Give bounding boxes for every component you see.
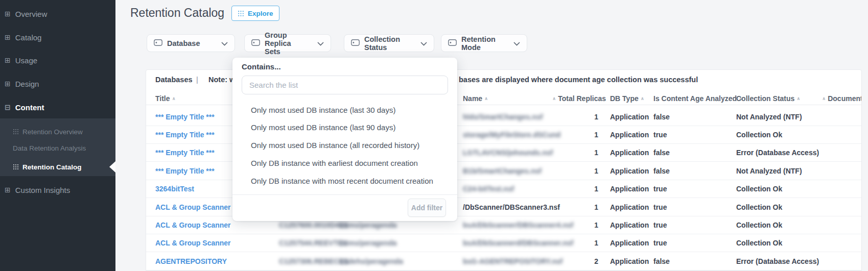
replica-id-cell: C1257544.REEVTEV xyxy=(279,234,347,252)
filter-option[interactable]: Only most used DB instance (last 30 days… xyxy=(251,104,395,116)
tag-icon xyxy=(448,39,457,47)
chevron-down-icon xyxy=(317,39,324,47)
note-separator: | xyxy=(196,73,198,86)
col-header-db-type[interactable]: DB Type ∧ xyxy=(610,92,644,106)
total-replicas-cell: 1 xyxy=(534,216,598,234)
total-replicas-cell: 1 xyxy=(534,108,598,126)
sidebar-item-label: Custom Insights xyxy=(15,186,71,194)
sidebar-item-content[interactable]: ⊟ Content xyxy=(0,101,115,113)
age-analyzed-cell: false xyxy=(653,162,670,180)
title-link[interactable]: ACL & Group Scanner xyxy=(155,216,231,234)
filter-option[interactable]: Only DB instance with most recent docume… xyxy=(251,175,433,187)
name-cell: B1b/SmartChanges.nsf xyxy=(463,162,542,180)
total-replicas-cell: 1 xyxy=(534,180,598,198)
sidebar-item-label: Catalog xyxy=(15,33,42,42)
server-cell: csdehs/peragenda xyxy=(340,253,403,270)
age-analyzed-cell: false xyxy=(653,144,670,162)
filter-option[interactable]: Only most used DB instance (last 90 days… xyxy=(251,121,395,134)
db-type-cell: Application xyxy=(610,144,649,162)
collapse-icon: ⊟ xyxy=(5,104,11,111)
note-text-suffix: bases are displayed where document age c… xyxy=(459,73,698,86)
title-link[interactable]: *** Empty Title *** xyxy=(155,162,215,180)
filter-chip-label: Group Replica Sets xyxy=(265,31,308,56)
title-link[interactable]: *** Empty Title *** xyxy=(155,126,215,144)
add-filter-button[interactable]: Add filter xyxy=(408,199,446,217)
filter-chip-label: Collection Status xyxy=(364,35,411,52)
title-link[interactable]: 3264bitTest xyxy=(155,180,194,198)
title-link[interactable]: ACL & Group Scanner xyxy=(155,199,231,216)
server-cell: csms/peragenda xyxy=(340,234,397,252)
filter-chip-collection-status[interactable]: Collection Status xyxy=(344,34,434,52)
sidebar-item-design[interactable]: ⊞ Design xyxy=(0,78,115,90)
collection-status-cell: Error (Database Access) xyxy=(736,253,819,270)
chevron-down-icon xyxy=(420,39,427,47)
db-type-cell: Application xyxy=(610,234,649,252)
page-title: Retention Catalog xyxy=(130,6,224,20)
total-replicas-cell: 2 xyxy=(534,253,598,270)
sidebar-item-usage[interactable]: ⊞ Usage xyxy=(0,54,115,66)
collection-status-cell: Collection Ok xyxy=(736,180,782,198)
card-title: Databases xyxy=(155,73,193,86)
sort-caret-icon: ∧ xyxy=(552,96,556,101)
total-replicas-cell: 1 xyxy=(534,144,598,162)
filter-option[interactable]: Only DB instance with earliest document … xyxy=(251,157,418,169)
sort-caret-icon: ∧ xyxy=(641,96,644,101)
sidebar-item-label: Content xyxy=(15,103,44,112)
col-header-name[interactable]: Name ∧ xyxy=(463,92,488,106)
filter-chip-database[interactable]: Database xyxy=(147,34,235,52)
age-analyzed-cell: true xyxy=(653,180,667,198)
table-row: AGENTREPOSITORY C1257306.REBECES csdehs/… xyxy=(146,253,862,270)
title-link[interactable]: ACL & Group Scanner xyxy=(155,234,231,252)
col-header-title[interactable]: Title ∧ xyxy=(155,92,176,106)
col-header-document-c[interactable]: ∧ Document C xyxy=(822,92,862,106)
filter-chip-group-replica-sets[interactable]: Group Replica Sets xyxy=(244,34,331,52)
sidebar-item-label: Overview xyxy=(15,10,48,18)
dropdown-title: Contains... xyxy=(242,62,281,71)
dotted-grid-icon xyxy=(13,129,19,135)
filter-chip-retention-mode[interactable]: Retention Mode xyxy=(441,34,527,52)
explore-button[interactable]: Explore xyxy=(231,6,279,21)
explore-button-label: Explore xyxy=(248,10,273,17)
total-replicas-cell: 1 xyxy=(534,199,598,216)
expand-icon: ⊞ xyxy=(5,34,11,41)
collection-status-cell: Collection Ok xyxy=(736,234,782,252)
expand-icon: ⊞ xyxy=(5,80,11,87)
db-type-cell: Application xyxy=(610,253,649,270)
sidebar-item-custom-insights[interactable]: ⊞ Custom Insights xyxy=(0,184,115,196)
title-link[interactable]: *** Empty Title *** xyxy=(155,144,215,162)
submenu-item-label: Retention Overview xyxy=(22,128,83,136)
search-input[interactable] xyxy=(242,76,448,94)
sidebar-item-overview[interactable]: ⊞ Overview xyxy=(0,8,115,20)
db-type-cell: Application xyxy=(610,180,649,198)
sort-caret-icon: ∧ xyxy=(822,96,826,101)
filter-option[interactable]: Only most used DB instance (all recorded… xyxy=(251,139,419,152)
expand-icon: ⊞ xyxy=(5,10,11,17)
name-cell: C24-bitTest.nsf xyxy=(463,180,514,198)
submenu-item-label: Retention Catalog xyxy=(22,163,82,171)
collection-status-cell: Not Analyzed (NTF) xyxy=(736,108,802,126)
chevron-down-icon xyxy=(221,39,228,47)
sort-caret-icon: ∧ xyxy=(484,96,488,101)
content-submenu: Retention Overview Data Retention Analys… xyxy=(0,118,115,176)
submenu-item-retention-catalog[interactable]: Retention Catalog xyxy=(0,161,115,173)
collection-status-cell: Not Analyzed (NTF) xyxy=(736,162,802,180)
db-type-cell: Application xyxy=(610,216,649,234)
submenu-item-data-retention-analysis[interactable]: Data Retention Analysis xyxy=(0,142,115,154)
col-header-total-replicas[interactable]: ∧ Total Replicas xyxy=(552,92,606,106)
submenu-item-retention-overview[interactable]: Retention Overview xyxy=(0,126,115,138)
age-analyzed-cell: true xyxy=(653,216,667,234)
total-replicas-cell: 1 xyxy=(534,126,598,144)
table-row: ACL & Group Scanner C1257544.REEVTEV csm… xyxy=(146,234,862,252)
sidebar-item-catalog[interactable]: ⊞ Catalog xyxy=(0,31,115,43)
title-link[interactable]: *** Empty Title *** xyxy=(155,108,215,126)
submenu-item-label: Data Retention Analysis xyxy=(13,144,86,152)
total-replicas-cell: 1 xyxy=(534,234,598,252)
col-header-is-content-age-analyzed[interactable]: Is Content Age Analyzed ∧ xyxy=(653,92,742,106)
tag-icon xyxy=(351,39,360,47)
sidebar-item-label: Usage xyxy=(15,56,37,65)
filter-chip-label: Database xyxy=(167,39,200,47)
title-link[interactable]: AGENTREPOSITORY xyxy=(155,253,227,270)
group-replica-sets-filter-menu: Contains... Only most used DB instance (… xyxy=(232,58,457,221)
col-header-collection-status[interactable]: Collection Status ∧ xyxy=(736,92,801,106)
dotted-grid-icon xyxy=(13,164,19,170)
